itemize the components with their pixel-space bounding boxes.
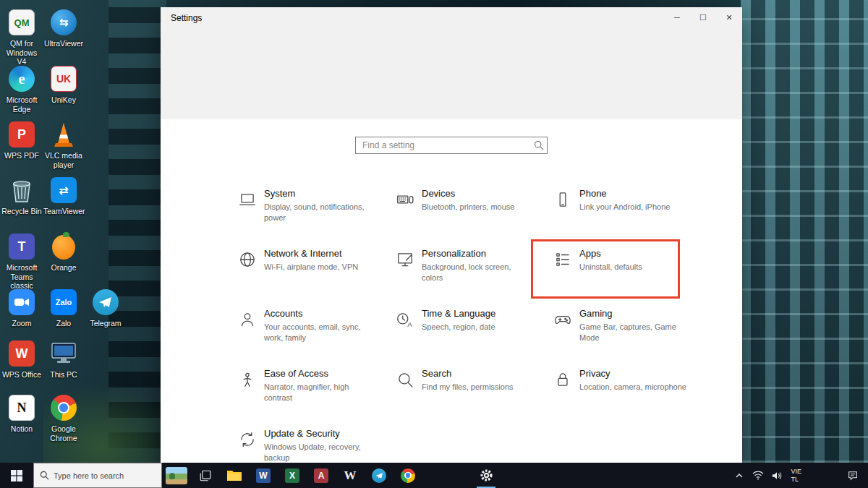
- desktop-icon-label: Zalo: [43, 319, 84, 328]
- settings-category-devices[interactable]: DevicesBluetooth, printers, mouse: [395, 188, 553, 248]
- desktop-icon-label: Notion: [1, 424, 42, 434]
- category-title: Search: [422, 368, 532, 379]
- language-line-2: TL: [791, 476, 801, 483]
- personalization-icon: [395, 250, 415, 269]
- settings-category-accounts[interactable]: AccountsYour accounts, email, sync, work…: [237, 308, 395, 368]
- zalo-icon: Zalo: [48, 287, 79, 317]
- network-globe-icon: [237, 250, 258, 269]
- recycle-bin-icon: [7, 175, 37, 205]
- search-icon: [395, 370, 415, 389]
- settings-category-apps[interactable]: AppsUninstall, defaults: [553, 248, 705, 308]
- category-title: Apps: [579, 248, 689, 259]
- taskbar-file-explorer-icon[interactable]: [220, 463, 249, 488]
- window-titlebar: Settings ─ ☐ ✕: [161, 7, 742, 29]
- volume-icon[interactable]: [767, 463, 786, 488]
- taskbar-telegram-icon[interactable]: [365, 463, 393, 488]
- close-button[interactable]: ✕: [716, 7, 742, 27]
- category-description: Uninstall, defaults: [579, 262, 689, 273]
- category-title: Devices: [422, 188, 532, 199]
- language-line-1: VIE: [791, 468, 801, 475]
- chevron-up-icon[interactable]: [730, 463, 749, 488]
- background-building: [741, 0, 868, 463]
- settings-category-privacy[interactable]: PrivacyLocation, camera, microphone: [553, 368, 705, 428]
- minimize-button[interactable]: ─: [664, 7, 690, 27]
- desktop-icon-label: Microsoft Edge: [1, 95, 42, 114]
- category-description: Background, lock screen, colors: [422, 262, 532, 283]
- desktop-icon-unikey[interactable]: UKUniKey: [43, 64, 84, 105]
- taskbar-task-view-button[interactable]: [191, 463, 220, 488]
- start-button[interactable]: [0, 463, 33, 488]
- desktop-icon-orange[interactable]: Orange: [43, 231, 84, 273]
- taskbar: WXAW VIE TL: [0, 463, 868, 488]
- desktop-icon-telegram[interactable]: Telegram: [85, 287, 126, 328]
- desktop-icon-label: Recycle Bin: [1, 207, 42, 216]
- language-indicator[interactable]: VIE TL: [786, 468, 806, 483]
- category-title: Update & Security: [264, 428, 374, 439]
- time-language-icon: A: [395, 310, 415, 329]
- taskbar-chrome-icon[interactable]: [393, 463, 422, 488]
- category-description: Bluetooth, printers, mouse: [422, 202, 532, 213]
- category-title: System: [264, 188, 374, 199]
- taskbar-weather-icon[interactable]: [162, 463, 191, 488]
- category-description: Narrator, magnifier, high contrast: [264, 382, 374, 403]
- accounts-icon: [237, 310, 258, 329]
- wps-pdf-icon: P: [7, 119, 37, 150]
- desktop-icon-this-pc[interactable]: This PC: [43, 338, 84, 380]
- taskbar-search-input[interactable]: [54, 471, 158, 480]
- settings-category-system[interactable]: SystemDisplay, sound, notifications, pow…: [237, 188, 395, 248]
- desktop-icon-teamviewer[interactable]: ⇄TeamViewer: [43, 175, 84, 216]
- taskbar-access-icon[interactable]: A: [307, 463, 336, 488]
- taskbar-word-icon[interactable]: W: [249, 463, 278, 488]
- category-description: Location, camera, microphone: [579, 382, 689, 393]
- settings-category-time-language[interactable]: ATime & LanguageSpeech, region, date: [395, 308, 553, 368]
- desktop-icon-zalo[interactable]: ZaloZalo: [43, 287, 84, 328]
- desktop-icon-label: This PC: [43, 370, 84, 380]
- taskbar-settings-icon[interactable]: [472, 463, 501, 488]
- edge-icon: e: [7, 64, 37, 94]
- taskbar-pinned-apps: WXAW: [162, 463, 501, 488]
- category-description: Speech, region, date: [422, 322, 532, 333]
- vlc-icon: [48, 119, 79, 150]
- find-a-setting-box[interactable]: [355, 137, 548, 154]
- settings-category-personalization[interactable]: PersonalizationBackground, lock screen, …: [395, 248, 553, 308]
- desktop-icon-wps-office[interactable]: WWPS Office: [1, 338, 42, 380]
- system-tray: VIE TL: [730, 463, 868, 488]
- settings-category-search[interactable]: SearchFind my files, permissions: [395, 368, 553, 428]
- taskbar-wikipedia-icon[interactable]: W: [336, 463, 365, 488]
- desktop-icon-zoom[interactable]: Zoom: [1, 287, 42, 328]
- desktop-icon-label: Orange: [43, 263, 84, 273]
- settings-window: Settings ─ ☐ ✕ SystemDisplay, sound, not…: [161, 7, 742, 463]
- category-description: Your accounts, email, sync, work, family: [264, 322, 374, 343]
- category-title: Time & Language: [422, 308, 532, 319]
- action-center-icon[interactable]: [843, 463, 862, 488]
- phone-icon: [553, 190, 573, 209]
- orange-icon: [48, 231, 79, 262]
- category-description: Game Bar, captures, Game Mode: [579, 322, 689, 343]
- desktop-icon-ultraviewer[interactable]: ⇆UltraViewer: [43, 7, 84, 48]
- search-icon: [40, 471, 49, 480]
- desktop-icon-label: WPS Office: [1, 370, 42, 380]
- settings-category-gaming[interactable]: GamingGame Bar, captures, Game Mode: [553, 308, 705, 368]
- desktop-icon-qm[interactable]: QMQM for Windows V4: [1, 7, 42, 67]
- category-description: Find my files, permissions: [422, 382, 532, 393]
- desktop-icon-label: UniKey: [43, 95, 84, 105]
- taskbar-excel-icon[interactable]: X: [278, 463, 307, 488]
- desktop-icon-edge[interactable]: eMicrosoft Edge: [1, 64, 42, 114]
- desktop-icon-wps-pdf[interactable]: PWPS PDF: [1, 119, 42, 160]
- settings-category-ease-of-access[interactable]: Ease of AccessNarrator, magnifier, high …: [237, 368, 395, 428]
- maximize-button[interactable]: ☐: [690, 7, 716, 27]
- desktop-icon-teams[interactable]: TMicrosoft Teams classic: [1, 231, 42, 291]
- devices-icon: [395, 190, 415, 209]
- category-title: Ease of Access: [264, 368, 374, 379]
- desktop-icon-chrome[interactable]: Google Chrome: [43, 393, 84, 442]
- desktop-icon-vlc[interactable]: VLC media player: [43, 119, 84, 169]
- settings-category-network-internet[interactable]: Network & InternetWi-Fi, airplane mode, …: [237, 248, 395, 308]
- desktop-icon-notion[interactable]: NNotion: [1, 393, 42, 434]
- network-icon[interactable]: [749, 463, 767, 488]
- category-title: Phone: [579, 188, 689, 199]
- wps-office-icon: W: [7, 338, 37, 369]
- settings-category-phone[interactable]: PhoneLink your Android, iPhone: [553, 188, 705, 248]
- find-a-setting-input[interactable]: [356, 140, 531, 150]
- desktop-icon-recycle-bin[interactable]: Recycle Bin: [1, 175, 42, 216]
- taskbar-search[interactable]: [33, 463, 162, 488]
